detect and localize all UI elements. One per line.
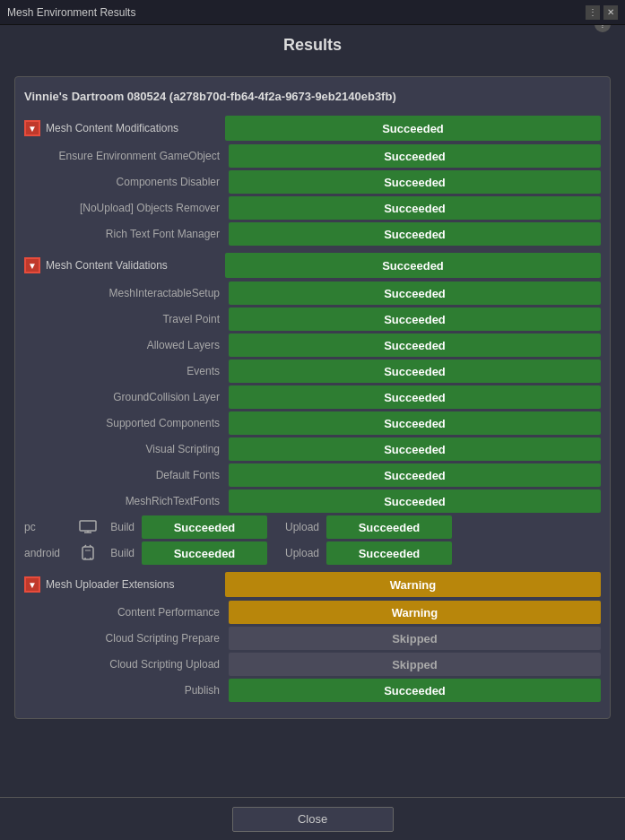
platform-pc-icon: [77, 516, 99, 538]
list-item: Publish Succeeded: [24, 679, 601, 702]
item-label: Content Performance: [24, 606, 229, 619]
item-status: Succeeded: [229, 489, 601, 513]
item-label: Supported Components: [24, 417, 229, 429]
help-button[interactable]: ?: [595, 25, 611, 32]
item-label: Cloud Scripting Upload: [24, 658, 229, 671]
item-status: Skipped: [229, 627, 601, 650]
item-label: MeshRichTextFonts: [24, 495, 229, 507]
item-status: Warning: [229, 601, 601, 624]
item-label: [NoUpload] Objects Remover: [24, 202, 229, 214]
list-item: Supported Components Succeeded: [24, 411, 601, 435]
list-item: Components Disabler Succeeded: [24, 170, 601, 194]
item-status: Succeeded: [229, 170, 601, 194]
item-status: Succeeded: [229, 385, 601, 409]
platform-row-pc: pc Build Succeeded Upload Succeeded: [24, 515, 601, 539]
item-status: Succeeded: [229, 463, 601, 487]
list-item: MeshRichTextFonts Succeeded: [24, 489, 601, 513]
list-item: Cloud Scripting Prepare Skipped: [24, 627, 601, 650]
modifications-label: Mesh Content Modifications: [46, 122, 225, 134]
svg-rect-3: [82, 547, 93, 559]
platform-pc-upload-status: Succeeded: [326, 515, 452, 539]
section-header-modifications: ▼ Mesh Content Modifications Succeeded: [24, 116, 601, 141]
content-panel: Vinnie's Dartroom 080524 (a278b70d-fb64-…: [14, 76, 611, 719]
section-mesh-content-modifications: ▼ Mesh Content Modifications Succeeded E…: [24, 116, 601, 246]
title-bar-left: Mesh Environment Results: [7, 6, 135, 19]
toggle-extensions[interactable]: ▼: [24, 576, 40, 593]
platform-android-build-status: Succeeded: [142, 541, 267, 565]
list-item: Rich Text Font Manager Succeeded: [24, 222, 601, 246]
page-title: Results: [283, 36, 342, 55]
platform-android-build-label: Build: [102, 547, 138, 559]
close-button[interactable]: Close: [232, 807, 394, 832]
section-mesh-uploader-extensions: ▼ Mesh Uploader Extensions Warning Conte…: [24, 572, 601, 702]
bottom-bar: Close: [0, 797, 625, 840]
platform-android-label: android: [24, 547, 74, 559]
modifications-status: Succeeded: [225, 116, 601, 141]
list-item: Content Performance Warning: [24, 601, 601, 624]
item-status: Succeeded: [229, 281, 601, 305]
item-label: Events: [24, 365, 229, 377]
close-window-button[interactable]: ✕: [603, 5, 618, 20]
env-name: Vinnie's Dartroom 080524 (a278b70d-fb64-…: [24, 86, 601, 107]
item-label: Rich Text Font Manager: [24, 228, 229, 240]
platform-android-icon: [77, 542, 99, 564]
list-item: Events Succeeded: [24, 359, 601, 383]
platform-android-upload-label: Upload: [278, 547, 323, 559]
item-label: Travel Point: [24, 313, 229, 325]
item-status: Succeeded: [229, 411, 601, 435]
toggle-validations[interactable]: ▼: [24, 257, 40, 273]
extensions-status: Warning: [225, 572, 601, 597]
item-status: Succeeded: [229, 679, 601, 702]
item-label: Ensure Environment GameObject: [24, 150, 229, 162]
item-label: GroundCollision Layer: [24, 391, 229, 403]
platform-pc-build-status: Succeeded: [142, 515, 267, 539]
item-label: Publish: [24, 684, 229, 697]
item-status: Succeeded: [229, 144, 601, 168]
title-bar: Mesh Environment Results ⋮ ✕: [0, 0, 625, 25]
extensions-label: Mesh Uploader Extensions: [46, 578, 225, 591]
window-title: Mesh Environment Results: [7, 6, 135, 19]
item-label: Visual Scripting: [24, 443, 229, 455]
platform-pc-label: pc: [24, 521, 74, 533]
list-item: [NoUpload] Objects Remover Succeeded: [24, 196, 601, 220]
section-mesh-content-validations: ▼ Mesh Content Validations Succeeded Mes…: [24, 253, 601, 565]
platform-row-android: android Build Succeeded Upload Succeeded: [24, 541, 601, 565]
validations-label: Mesh Content Validations: [46, 259, 225, 272]
item-label: Default Fonts: [24, 469, 229, 481]
item-status: Succeeded: [229, 307, 601, 331]
item-status: Succeeded: [229, 222, 601, 246]
list-item: Allowed Layers Succeeded: [24, 333, 601, 357]
item-label: Allowed Layers: [24, 339, 229, 351]
section-header-validations: ▼ Mesh Content Validations Succeeded: [24, 253, 601, 278]
more-button[interactable]: ⋮: [586, 5, 600, 20]
item-label: Components Disabler: [24, 176, 229, 188]
list-item: Default Fonts Succeeded: [24, 463, 601, 487]
title-bar-controls: ⋮ ✕: [586, 5, 618, 20]
item-label: Cloud Scripting Prepare: [24, 632, 229, 645]
platform-pc-upload-label: Upload: [278, 521, 323, 533]
main-container: Results ? Vinnie's Dartroom 080524 (a278…: [0, 25, 625, 797]
section-header-extensions: ▼ Mesh Uploader Extensions Warning: [24, 572, 601, 597]
list-item: Visual Scripting Succeeded: [24, 437, 601, 461]
list-item: GroundCollision Layer Succeeded: [24, 385, 601, 409]
list-item: Cloud Scripting Upload Skipped: [24, 653, 601, 676]
item-status: Skipped: [229, 653, 601, 676]
list-item: Travel Point Succeeded: [24, 307, 601, 331]
item-status: Succeeded: [229, 437, 601, 461]
validations-status: Succeeded: [225, 253, 601, 278]
item-label: MeshInteractableSetup: [24, 287, 229, 299]
list-item: MeshInteractableSetup Succeeded: [24, 281, 601, 305]
svg-rect-0: [80, 521, 96, 531]
item-status: Succeeded: [229, 333, 601, 357]
item-status: Succeeded: [229, 196, 601, 220]
platform-pc-build-label: Build: [102, 521, 138, 533]
item-status: Succeeded: [229, 359, 601, 383]
list-item: Ensure Environment GameObject Succeeded: [24, 144, 601, 168]
platform-android-upload-status: Succeeded: [326, 541, 452, 565]
toggle-modifications[interactable]: ▼: [24, 120, 40, 136]
